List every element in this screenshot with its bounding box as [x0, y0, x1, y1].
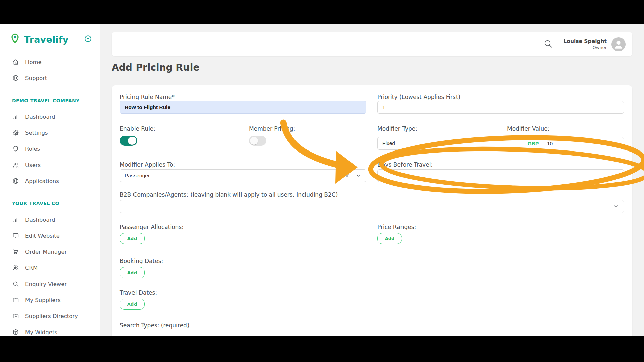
modifier-type-value: Fixed — [382, 140, 491, 146]
modifier-value-label: Modifier Value: — [507, 125, 550, 132]
bar-chart-icon — [12, 113, 19, 120]
modifier-applies-to-value: Passenger — [125, 173, 344, 179]
enable-rule-toggle[interactable] — [120, 136, 137, 146]
top-bar: Louise Speight Owner — [112, 32, 632, 56]
days-before-travel-input[interactable] — [377, 169, 624, 182]
cube-icon — [12, 328, 19, 336]
brand-name: Travelify — [24, 34, 69, 45]
sidebar-item-label: Dashboard — [25, 217, 55, 223]
main-area: Louise Speight Owner Add Pricing Rule Pr… — [100, 24, 644, 336]
b2b-companies-select[interactable] — [120, 200, 624, 213]
sidebar-item-label: Enquiry Viewer — [25, 281, 67, 287]
folder-icon — [12, 296, 19, 304]
modifier-sign-cell[interactable] — [507, 137, 524, 150]
home-icon — [12, 58, 19, 66]
passenger-allocations-add-button[interactable]: Add — [120, 233, 145, 244]
cart-icon — [12, 248, 19, 255]
sidebar-item-label: Home — [25, 59, 42, 65]
pricing-rule-name-input[interactable] — [120, 101, 366, 114]
member-pricing-label: Member Pricing: — [249, 125, 295, 132]
sidebar-item-settings[interactable]: Settings — [0, 125, 100, 141]
users-icon — [12, 264, 19, 272]
modifier-type-select[interactable]: Fixed — [377, 137, 496, 150]
booking-dates-label: Booking Dates: — [120, 258, 163, 264]
sidebar-section-title: YOUR TRAVEL CO — [0, 199, 100, 208]
modifier-value-number[interactable]: 10 — [542, 137, 553, 150]
sidebar-item-label: Order Manager — [25, 249, 67, 255]
sidebar-item-suppliers-directory[interactable]: Suppliers Directory — [0, 308, 100, 324]
pricing-rule-name-label: Pricing Rule Name* — [120, 94, 175, 100]
modifier-currency-cell[interactable]: GBP — [524, 137, 542, 150]
price-ranges-label: Price Ranges: — [377, 224, 416, 230]
travel-dates-label: Travel Dates: — [120, 289, 157, 296]
user-info[interactable]: Louise Speight Owner — [563, 38, 607, 50]
sidebar-item-label: Settings — [25, 130, 48, 136]
sidebar-item-applications[interactable]: Applications — [0, 173, 100, 189]
map-pin-icon — [10, 33, 20, 46]
sidebar-item-roles[interactable]: Roles — [0, 141, 100, 157]
monitor-icon — [12, 232, 19, 239]
search-types-label: Search Types: (required) — [120, 322, 189, 329]
sidebar-item-support[interactable]: Support — [0, 70, 100, 86]
sidebar-section-title: DEMO TRAVEL COMPANY — [0, 96, 100, 105]
enable-rule-label: Enable Rule: — [120, 125, 155, 132]
sidebar-item-crm[interactable]: CRM — [0, 260, 100, 276]
bar-chart-icon — [12, 216, 19, 223]
letterbox-top — [0, 0, 644, 24]
days-before-travel-label: Days Before Travel: — [377, 161, 433, 168]
sidebar-item-label: CRM — [25, 265, 38, 271]
app-window: Travelify Home Support DEMO TRAVEL COMPA… — [0, 24, 644, 336]
search-icon — [12, 280, 19, 288]
pricing-rule-form: Pricing Rule Name* Priority (Lowest Appl… — [112, 85, 632, 336]
chevron-down-icon[interactable] — [613, 203, 619, 209]
target-icon[interactable] — [84, 34, 92, 44]
gear-icon — [12, 129, 19, 136]
priority-input[interactable] — [377, 101, 624, 114]
priority-label: Priority (Lowest Applies First) — [377, 94, 460, 100]
sidebar-nav: Home Support DEMO TRAVEL COMPANY Dashboa… — [0, 54, 100, 336]
search-icon[interactable] — [543, 39, 553, 50]
sidebar-item-enquiry-viewer[interactable]: Enquiry Viewer — [0, 276, 100, 292]
sidebar: Travelify Home Support DEMO TRAVEL COMPA… — [0, 24, 100, 336]
sidebar-item-label: Support — [25, 75, 47, 81]
sidebar-item-label: Roles — [25, 146, 40, 152]
avatar[interactable] — [611, 37, 626, 51]
sidebar-item-label: Users — [25, 162, 41, 168]
price-ranges-add-button[interactable]: Add — [377, 233, 402, 244]
sidebar-item-label: Edit Website — [25, 233, 60, 239]
sidebar-item-users[interactable]: Users — [0, 157, 100, 173]
booking-dates-add-button[interactable]: Add — [120, 267, 145, 278]
modifier-applies-to-label: Modifier Applies To: — [120, 161, 175, 168]
clear-x-icon[interactable] — [344, 173, 350, 178]
sidebar-item-label: Dashboard — [25, 114, 55, 120]
sidebar-item-order-manager[interactable]: Order Manager — [0, 244, 100, 260]
modifier-applies-to-select[interactable]: Passenger — [120, 169, 366, 182]
brand-header: Travelify — [0, 31, 100, 48]
member-pricing-toggle[interactable] — [249, 136, 266, 146]
sidebar-item-label: My Suppliers — [25, 297, 61, 303]
travel-dates-add-button[interactable]: Add — [120, 299, 145, 310]
toggle-knob — [250, 137, 258, 145]
sidebar-item-my-widgets[interactable]: My Widgets — [0, 324, 100, 336]
sidebar-item-label: My Widgets — [25, 329, 57, 336]
sidebar-item-dashboard[interactable]: Dashboard — [0, 109, 100, 125]
chevron-down-icon[interactable] — [355, 173, 361, 179]
sidebar-item-my-suppliers[interactable]: My Suppliers — [0, 292, 100, 308]
passenger-allocations-label: Passenger Allocations: — [120, 224, 184, 230]
sidebar-item-label: Applications — [25, 178, 59, 184]
screen: Travelify Home Support DEMO TRAVEL COMPA… — [0, 0, 644, 362]
globe-icon — [12, 177, 19, 185]
user-role: Owner — [563, 45, 607, 50]
b2b-companies-label: B2B Companies/Agents: (leaving blank wil… — [120, 191, 338, 198]
sidebar-item-home[interactable]: Home — [0, 54, 100, 70]
shield-icon — [12, 145, 19, 153]
folder-plus-icon — [12, 312, 19, 320]
letterbox-bottom — [0, 336, 644, 362]
users-icon — [12, 161, 19, 169]
sidebar-item-dashboard-2[interactable]: Dashboard — [0, 212, 100, 228]
sidebar-item-label: Suppliers Directory — [25, 313, 78, 319]
sidebar-item-edit-website[interactable]: Edit Website — [0, 228, 100, 244]
modifier-value-input[interactable]: GBP 10 — [507, 137, 624, 150]
life-ring-icon — [12, 74, 19, 82]
modifier-type-label: Modifier Type: — [377, 125, 417, 132]
